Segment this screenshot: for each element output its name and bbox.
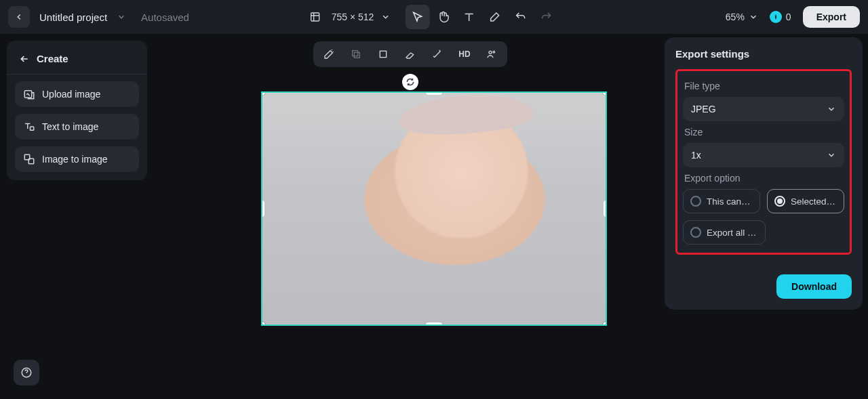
export-option-row2: Export all … xyxy=(683,220,844,245)
credits-pill[interactable]: 0 xyxy=(768,9,793,25)
handle-bottom-right[interactable] xyxy=(603,322,607,326)
export-button[interactable]: Export xyxy=(803,6,860,28)
credits-icon xyxy=(770,11,782,23)
dimensions-group[interactable]: 755 × 512 xyxy=(310,12,391,22)
radio-this-canvas[interactable]: This canvas xyxy=(683,189,760,213)
svg-point-10 xyxy=(493,51,495,53)
wand-icon xyxy=(323,49,334,60)
export-option-row1: This canvas Selected l… xyxy=(683,189,844,213)
autosaved-label: Autosaved xyxy=(141,12,189,23)
refresh-button[interactable] xyxy=(402,74,418,90)
upload-icon xyxy=(23,88,35,100)
chevron-down-icon xyxy=(827,150,836,160)
handle-left[interactable] xyxy=(261,201,264,217)
dims-chevron-icon xyxy=(380,12,390,22)
radio-circle-icon xyxy=(690,227,701,238)
people-icon xyxy=(486,49,497,60)
radio-selected-layer[interactable]: Selected l… xyxy=(767,189,844,213)
canvas-selection[interactable] xyxy=(261,91,607,326)
export-label: Export xyxy=(816,12,846,22)
resize-icon xyxy=(310,12,321,22)
zoom-value: 65% xyxy=(726,12,745,22)
redo-icon xyxy=(540,11,552,23)
image-to-image-icon xyxy=(23,153,35,165)
handle-bottom[interactable] xyxy=(426,322,442,326)
export-settings-title: Export settings xyxy=(675,48,852,60)
top-center-controls: 755 × 512 xyxy=(310,5,559,29)
export-settings-panel: Export settings File type JPEG Size 1x E… xyxy=(665,37,863,310)
crop-button[interactable] xyxy=(374,45,392,63)
handle-right[interactable] xyxy=(604,201,607,217)
enhance-button[interactable] xyxy=(429,45,446,63)
canvas-image-placeholder xyxy=(262,93,606,324)
top-right-controls: 65% 0 Export xyxy=(726,6,860,28)
help-icon xyxy=(20,366,33,379)
file-type-select[interactable]: JPEG xyxy=(683,97,844,121)
eraser-icon xyxy=(405,49,416,60)
hd-button[interactable]: HD xyxy=(456,45,473,63)
credits-value: 0 xyxy=(786,12,791,22)
image-to-image-label: Image to image xyxy=(42,154,108,165)
size-label: Size xyxy=(684,127,844,138)
hand-icon xyxy=(437,11,449,23)
brush-tool[interactable] xyxy=(482,5,507,29)
handle-top[interactable] xyxy=(426,91,442,95)
left-sidebar: Create Upload image Text to image Image … xyxy=(7,41,147,180)
size-value: 1x xyxy=(691,150,701,161)
sparkle-icon xyxy=(432,49,443,60)
layers-icon xyxy=(351,49,361,60)
svg-rect-6 xyxy=(353,51,358,56)
selected-layer-label: Selected l… xyxy=(791,196,837,207)
cursor-icon xyxy=(411,11,423,23)
svg-rect-7 xyxy=(354,52,359,58)
image-to-image-button[interactable]: Image to image xyxy=(15,146,139,172)
back-button[interactable] xyxy=(8,6,30,28)
svg-point-9 xyxy=(489,51,492,54)
top-bar: Untitled project Autosaved 755 × 512 xyxy=(0,0,868,34)
crop-icon xyxy=(378,49,389,60)
text-to-image-label: Text to image xyxy=(42,121,98,132)
refresh-icon xyxy=(406,77,415,87)
upload-label: Upload image xyxy=(42,89,100,100)
file-type-value: JPEG xyxy=(691,104,716,114)
magic-wand-button[interactable] xyxy=(320,45,338,63)
eraser-button[interactable] xyxy=(401,45,419,63)
radio-circle-icon xyxy=(774,196,785,207)
headband-shape xyxy=(397,91,534,138)
layers-button[interactable] xyxy=(347,45,365,63)
create-header[interactable]: Create xyxy=(7,43,147,75)
people-button[interactable] xyxy=(483,45,500,63)
project-title[interactable]: Untitled project xyxy=(39,12,107,23)
upload-image-button[interactable]: Upload image xyxy=(15,81,139,107)
svg-rect-8 xyxy=(380,51,386,57)
hd-label: HD xyxy=(458,49,470,59)
undo-button[interactable] xyxy=(508,5,532,29)
text-icon xyxy=(462,11,475,23)
text-tool[interactable] xyxy=(456,5,481,29)
create-label: Create xyxy=(37,53,68,64)
floating-toolbar: HD xyxy=(313,41,507,67)
text-to-image-icon xyxy=(23,121,35,133)
tool-group xyxy=(405,5,558,29)
size-select[interactable]: 1x xyxy=(683,143,844,167)
cursor-tool[interactable] xyxy=(405,5,429,29)
brush-icon xyxy=(488,11,500,23)
export-options-highlight: File type JPEG Size 1x Export option Thi… xyxy=(675,69,852,255)
zoom-chevron-icon xyxy=(749,12,758,22)
export-all-label: Export all … xyxy=(707,228,757,238)
hand-tool[interactable] xyxy=(431,5,455,29)
chevron-down-icon xyxy=(827,104,836,114)
download-button[interactable]: Download xyxy=(776,274,852,299)
radio-export-all[interactable]: Export all … xyxy=(683,220,766,245)
text-to-image-button[interactable]: Text to image xyxy=(15,114,139,140)
help-button[interactable] xyxy=(14,360,39,385)
zoom-control[interactable]: 65% xyxy=(726,12,758,22)
svg-rect-3 xyxy=(31,127,34,130)
svg-marker-1 xyxy=(775,14,777,20)
radio-circle-icon xyxy=(690,196,701,207)
download-label: Download xyxy=(791,281,837,292)
project-chevron-icon[interactable] xyxy=(117,12,126,22)
svg-rect-0 xyxy=(311,13,319,21)
back-arrow-icon xyxy=(19,54,30,64)
redo-button[interactable] xyxy=(534,5,558,29)
